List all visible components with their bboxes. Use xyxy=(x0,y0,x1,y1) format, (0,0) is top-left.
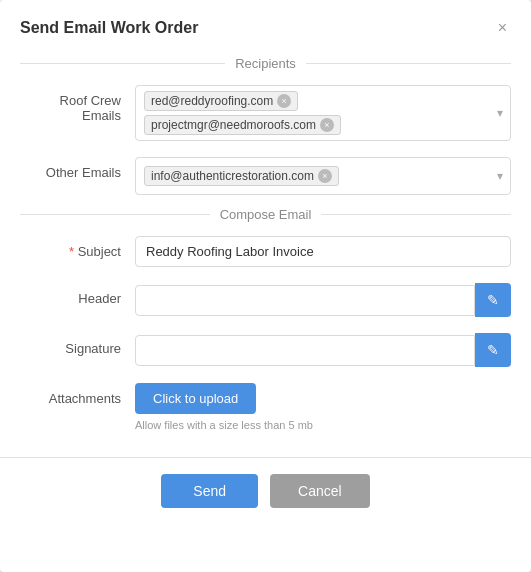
other-emails-row: Other Emails info@authenticrestoration.c… xyxy=(0,153,531,199)
tag-projectmgr-needmoroofs: projectmgr@needmoroofs.com × xyxy=(144,115,341,135)
roof-crew-field: red@reddyroofing.com × projectmgr@needmo… xyxy=(135,85,511,141)
header-input-group: ✎ xyxy=(135,283,511,317)
tag-red-reddyroofing: red@reddyroofing.com × xyxy=(144,91,298,111)
subject-field xyxy=(135,236,511,267)
roof-crew-tag-input[interactable]: red@reddyroofing.com × projectmgr@needmo… xyxy=(135,85,511,141)
subject-input[interactable] xyxy=(135,236,511,267)
divider-line-right-2 xyxy=(321,214,511,215)
tag-label: info@authenticrestoration.com xyxy=(151,169,314,183)
recipients-section-label: Recipients xyxy=(225,56,306,71)
dialog-header: Send Email Work Order × xyxy=(0,0,531,48)
header-label: Header xyxy=(20,283,135,306)
other-emails-dropdown-arrow: ▾ xyxy=(497,169,503,183)
footer-divider xyxy=(0,457,531,458)
header-edit-button[interactable]: ✎ xyxy=(475,283,511,317)
subject-label: Subject xyxy=(20,236,135,259)
signature-edit-button[interactable]: ✎ xyxy=(475,333,511,367)
attachments-field: Click to upload Allow files with a size … xyxy=(135,383,511,433)
compose-section-divider: Compose Email xyxy=(0,207,531,222)
dialog-title: Send Email Work Order xyxy=(20,19,198,37)
recipients-section-divider: Recipients xyxy=(0,56,531,71)
divider-line-right xyxy=(306,63,511,64)
tag-remove-btn-3[interactable]: × xyxy=(318,169,332,183)
tag-info-authenticrestoration: info@authenticrestoration.com × xyxy=(144,166,339,186)
tag-label: projectmgr@needmoroofs.com xyxy=(151,118,316,132)
signature-input-group: ✎ xyxy=(135,333,511,367)
attachments-label: Attachments xyxy=(20,383,135,406)
signature-label: Signature xyxy=(20,333,135,356)
divider-line-left xyxy=(20,63,225,64)
edit-icon-2: ✎ xyxy=(487,342,499,358)
roof-crew-dropdown-arrow: ▾ xyxy=(497,106,503,120)
signature-field: ✎ xyxy=(135,333,511,367)
edit-icon: ✎ xyxy=(487,292,499,308)
tag-remove-btn[interactable]: × xyxy=(277,94,291,108)
tag-remove-btn-2[interactable]: × xyxy=(320,118,334,132)
other-emails-field: info@authenticrestoration.com × ▾ xyxy=(135,157,511,195)
send-email-dialog: Send Email Work Order × Recipients Roof … xyxy=(0,0,531,572)
tag-label: red@reddyroofing.com xyxy=(151,94,273,108)
header-field: ✎ xyxy=(135,283,511,317)
close-button[interactable]: × xyxy=(494,18,511,38)
upload-hint: Allow files with a size less than 5 mb xyxy=(135,418,511,433)
other-emails-label: Other Emails xyxy=(20,157,135,180)
other-emails-tag-input[interactable]: info@authenticrestoration.com × ▾ xyxy=(135,157,511,195)
upload-button[interactable]: Click to upload xyxy=(135,383,256,414)
roof-crew-emails-row: Roof Crew Emails red@reddyroofing.com × … xyxy=(0,81,531,145)
compose-section-label: Compose Email xyxy=(210,207,322,222)
roof-crew-label: Roof Crew Emails xyxy=(20,85,135,123)
signature-row: Signature ✎ xyxy=(0,329,531,371)
cancel-button[interactable]: Cancel xyxy=(270,474,370,508)
send-button[interactable]: Send xyxy=(161,474,258,508)
subject-row: Subject xyxy=(0,232,531,271)
footer-buttons: Send Cancel xyxy=(0,474,531,508)
divider-line-left-2 xyxy=(20,214,210,215)
header-input[interactable] xyxy=(135,285,475,316)
header-row: Header ✎ xyxy=(0,279,531,321)
attachments-row: Attachments Click to upload Allow files … xyxy=(0,379,531,437)
signature-input[interactable] xyxy=(135,335,475,366)
